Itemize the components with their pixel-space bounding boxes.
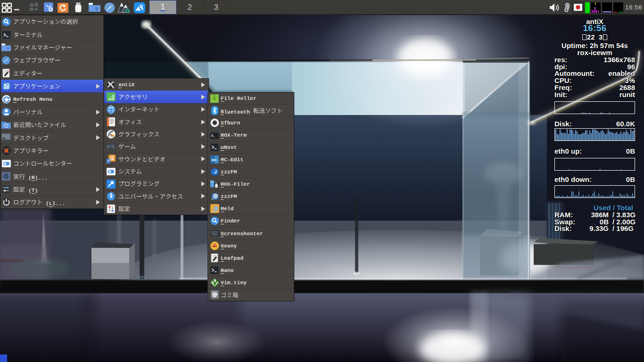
svg-text:MC: MC <box>212 158 217 162</box>
svg-text:$_: $_ <box>211 134 215 138</box>
